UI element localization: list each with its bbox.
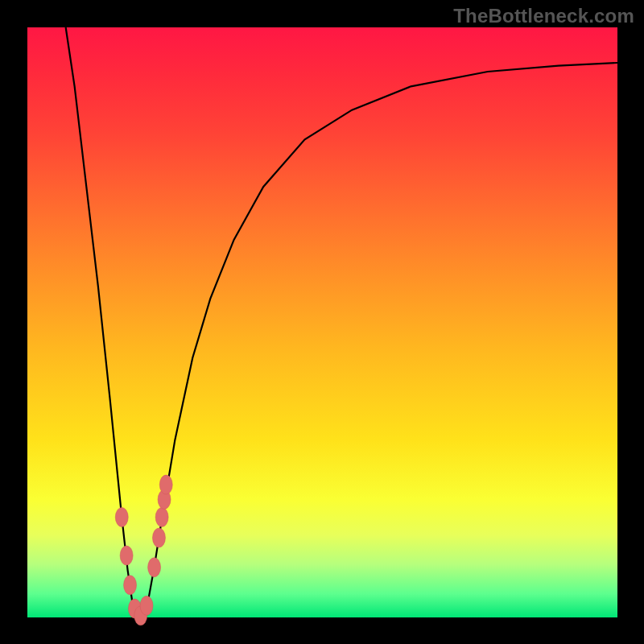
marker-point xyxy=(159,475,172,494)
curve-svg xyxy=(27,27,617,617)
bottleneck-curve xyxy=(66,27,617,617)
marker-point xyxy=(140,596,153,615)
marker-group xyxy=(115,475,172,625)
marker-point xyxy=(152,528,165,547)
marker-point xyxy=(120,546,133,565)
marker-point xyxy=(124,576,137,595)
marker-point xyxy=(155,507,168,526)
plot-area xyxy=(27,27,617,617)
marker-point xyxy=(115,507,128,526)
marker-point xyxy=(148,558,161,577)
chart-frame: TheBottleneck.com xyxy=(0,0,644,644)
watermark-text: TheBottleneck.com xyxy=(453,5,634,27)
